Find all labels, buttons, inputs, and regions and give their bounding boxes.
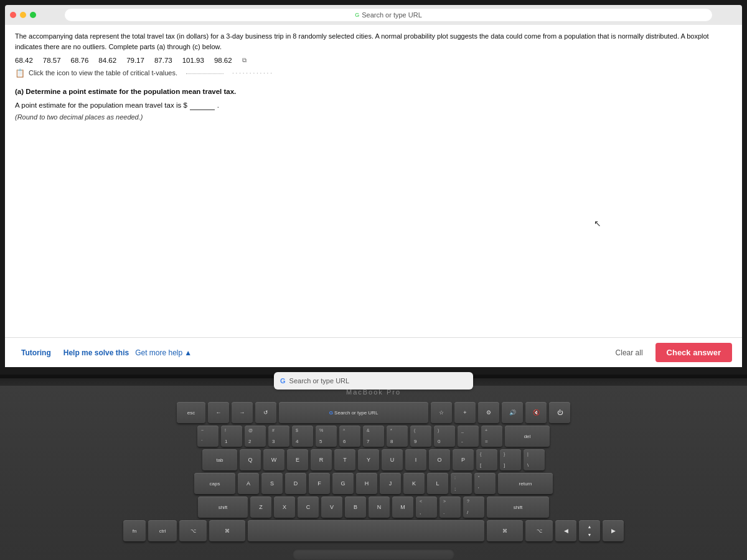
left-shift-key[interactable]: shift <box>198 497 248 518</box>
plus-key[interactable]: + <box>454 402 476 423</box>
tilde-key[interactable]: ~ ` <box>197 426 218 447</box>
key-9[interactable]: ( 9 <box>410 426 431 447</box>
tab-key[interactable]: tab <box>202 449 237 470</box>
return-key[interactable]: return <box>498 473 553 494</box>
h-key[interactable]: H <box>356 473 377 494</box>
x-key[interactable]: X <box>274 497 295 518</box>
search-key[interactable]: G Search or type URL <box>279 402 428 423</box>
down-arrow-key[interactable]: ▼ <box>588 533 592 537</box>
fullscreen-dot[interactable] <box>30 12 36 18</box>
volume-mute-key[interactable]: 🔇 <box>525 402 547 423</box>
tutoring-button[interactable]: Tutoring <box>15 345 57 361</box>
number-row: ~ ` ! 1 @ 2 # 3 $ 4 <box>31 426 716 447</box>
j-key[interactable]: J <box>380 473 401 494</box>
key-6[interactable]: ^ 6 <box>339 426 360 447</box>
left-arrow-key[interactable]: ◀ <box>555 520 576 541</box>
v-key[interactable]: V <box>321 497 342 518</box>
key-minus[interactable]: _ - <box>458 426 479 447</box>
key-4[interactable]: $ 4 <box>292 426 313 447</box>
search-bar-text: Search or type URL <box>289 377 350 385</box>
url-text: Search or type URL <box>362 11 422 19</box>
up-arrow-key[interactable]: ▲ <box>588 525 592 529</box>
g-key[interactable]: G <box>332 473 354 494</box>
e-key[interactable]: E <box>287 449 308 470</box>
bracket-close-key[interactable]: } ] <box>500 449 521 470</box>
asdf-row: caps A S D F G H J K L : ; " ' return <box>31 473 716 494</box>
get-more-help-button[interactable]: Get more help ▲ <box>135 348 192 357</box>
volume-up-key[interactable]: 🔊 <box>502 402 523 423</box>
url-bar[interactable]: G Search or type URL <box>65 9 712 21</box>
key-7[interactable]: & 7 <box>363 426 384 447</box>
key-8[interactable]: * 8 <box>387 426 408 447</box>
y-key[interactable]: Y <box>358 449 379 470</box>
left-opt-key[interactable]: ⌥ <box>179 520 207 541</box>
close-dot[interactable] <box>10 12 16 18</box>
refresh-key[interactable]: ↺ <box>255 402 276 423</box>
book-icon[interactable]: 📋 <box>15 68 25 79</box>
u-key[interactable]: U <box>382 449 403 470</box>
get-more-help-label: Get more help <box>135 348 182 357</box>
r-key[interactable]: R <box>311 449 332 470</box>
s-key[interactable]: S <box>261 473 283 494</box>
key-equal[interactable]: + = <box>481 426 502 447</box>
laptop-shell: G Search or type URL The accompanying da… <box>0 0 747 560</box>
m-key[interactable]: M <box>392 497 413 518</box>
key-1[interactable]: ! 1 <box>221 426 242 447</box>
comma-key[interactable]: < , <box>416 497 437 518</box>
space-key[interactable] <box>248 520 484 541</box>
z-key[interactable]: Z <box>250 497 271 518</box>
n-key[interactable]: N <box>369 497 390 518</box>
quote-key[interactable]: " ' <box>474 473 496 494</box>
t-key[interactable]: T <box>334 449 355 470</box>
cursor-indicator: ↖ <box>594 218 599 225</box>
semicolon-key[interactable]: : ; <box>451 473 472 494</box>
d-key[interactable]: D <box>285 473 306 494</box>
slash-key[interactable]: ? / <box>463 497 484 518</box>
clear-all-button[interactable]: Clear all <box>609 345 649 361</box>
key-0[interactable]: ) 0 <box>434 426 455 447</box>
right-shift-key[interactable]: shift <box>487 497 549 518</box>
check-answer-button[interactable]: Check answer <box>655 343 732 362</box>
gear-key[interactable]: ⚙ <box>478 402 499 423</box>
fn-key[interactable]: fn <box>123 520 146 541</box>
answer-input-box[interactable] <box>190 100 215 110</box>
l-key[interactable]: L <box>427 473 448 494</box>
power-key[interactable]: ⏻ <box>549 402 570 423</box>
key-2[interactable]: @ 2 <box>245 426 266 447</box>
key-5[interactable]: % 5 <box>316 426 337 447</box>
period-key[interactable]: > . <box>439 497 461 518</box>
minimize-dot[interactable] <box>20 12 26 18</box>
trackpad[interactable] <box>293 549 454 560</box>
delete-key[interactable]: del <box>505 426 550 447</box>
left-actions: Tutoring Help me solve this Get more hel… <box>15 345 192 361</box>
caps-lock-key[interactable]: caps <box>194 473 235 494</box>
keyboard-area: MacBook Pro G Search or type URL esc ← →… <box>0 386 747 560</box>
a-key[interactable]: A <box>238 473 259 494</box>
help-me-solve-button[interactable]: Help me solve this <box>57 345 135 361</box>
copy-icon[interactable]: ⧉ <box>242 56 247 65</box>
star-key[interactable]: ☆ <box>431 402 452 423</box>
right-cmd-key[interactable]: ⌘ <box>487 520 523 541</box>
backslash-key[interactable]: | \ <box>524 449 545 470</box>
click-icon-row: 📋 Click the icon to view the table of cr… <box>15 68 732 79</box>
esc-key[interactable]: esc <box>177 402 205 423</box>
ctrl-key[interactable]: ctrl <box>148 520 177 541</box>
f-key[interactable]: F <box>309 473 330 494</box>
p-key[interactable]: P <box>453 449 474 470</box>
w-key[interactable]: W <box>263 449 284 470</box>
key-3[interactable]: # 3 <box>268 426 289 447</box>
back-key[interactable]: ← <box>208 402 229 423</box>
bracket-open-key[interactable]: { [ <box>476 449 497 470</box>
o-key[interactable]: O <box>429 449 450 470</box>
forward-key[interactable]: → <box>232 402 253 423</box>
left-cmd-key[interactable]: ⌘ <box>209 520 245 541</box>
right-opt-key[interactable]: ⌥ <box>525 520 553 541</box>
b-key[interactable]: B <box>345 497 366 518</box>
i-key[interactable]: I <box>405 449 426 470</box>
right-arrow-key[interactable]: ▶ <box>603 520 624 541</box>
browser-bar: G Search or type URL <box>5 5 742 25</box>
k-key[interactable]: K <box>403 473 425 494</box>
q-key[interactable]: Q <box>240 449 261 470</box>
right-actions: Clear all Check answer <box>609 343 732 362</box>
c-key[interactable]: C <box>298 497 319 518</box>
